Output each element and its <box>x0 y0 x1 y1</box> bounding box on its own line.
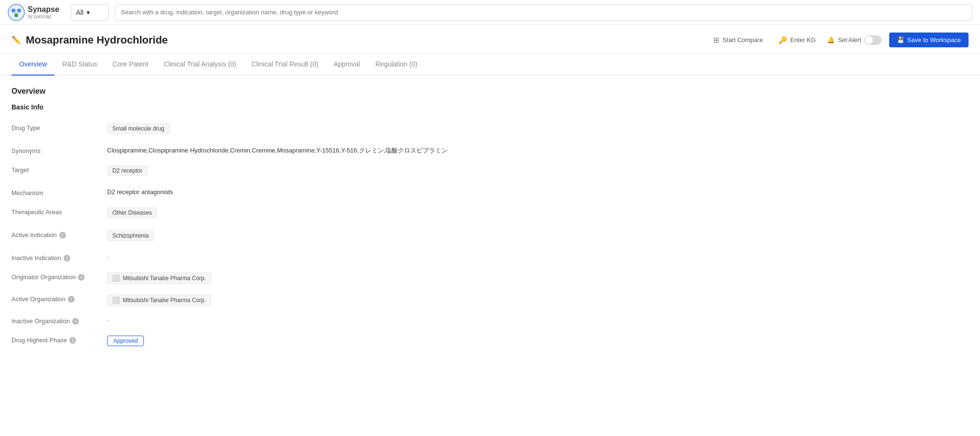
active-indication-tag[interactable]: Schizophrenia <box>107 230 154 241</box>
synonyms-row: Synonyms Clospipramine,Clospipramine Hyd… <box>11 141 969 160</box>
overview-section-title: Overview <box>11 87 969 96</box>
originator-org-tag[interactable]: Mitsubishi Tanabe Pharma Corp. <box>107 272 211 284</box>
tab-rd-status[interactable]: R&D Status <box>54 54 105 76</box>
drug-type-tag[interactable]: Small molecule drug <box>107 123 170 134</box>
start-compare-button[interactable]: ⊞ Start Compare <box>709 34 767 46</box>
target-row: Target D2 receptor <box>11 160 969 183</box>
target-value: D2 receptor <box>107 164 969 178</box>
originator-org-row: Originator Organization i Mitsubishi Tan… <box>11 267 969 289</box>
drug-type-row: Drug Type Small molecule drug <box>11 118 969 141</box>
originator-org-info-icon[interactable]: i <box>78 274 85 281</box>
set-alert-label: Set Alert <box>838 36 861 44</box>
inactive-org-label: Inactive Organization i <box>11 316 107 325</box>
drug-header: ✏️ Mosapramine Hydrochloride ⊞ Start Com… <box>0 25 980 54</box>
drug-highest-phase-label: Drug Highest Phase i <box>11 335 107 344</box>
tab-clinical-trial-result-label: Clinical Trial Result (0) <box>251 60 318 68</box>
enter-kg-button[interactable]: 🔑 Enter KG <box>774 34 819 46</box>
active-indication-value: Schizophrenia <box>107 229 969 243</box>
drug-title-area: ✏️ Mosapramine Hydrochloride <box>11 34 168 46</box>
approved-badge[interactable]: Approved <box>107 336 144 346</box>
inactive-indication-value: - <box>107 252 969 261</box>
inactive-indication-info-icon[interactable]: i <box>64 255 70 262</box>
drug-highest-phase-value: Approved <box>107 335 969 346</box>
bell-icon: 🔔 <box>827 36 835 44</box>
active-org-tag[interactable]: Mitsubishi Tanabe Pharma Corp. <box>107 294 211 306</box>
inactive-org-info-icon[interactable]: i <box>72 318 79 325</box>
synapse-logo-icon <box>8 4 25 21</box>
tab-rd-status-label: R&D Status <box>62 60 97 68</box>
main-content: Overview Basic Info Drug Type Small mole… <box>0 76 980 362</box>
tab-core-patent-label: Core Patent <box>113 60 149 68</box>
tab-clinical-trial-analysis[interactable]: Clinical Trial Analysis (0) <box>156 54 244 76</box>
logo-text: Synapse by patsnap <box>28 5 59 19</box>
start-compare-label: Start Compare <box>722 36 763 44</box>
therapeutic-areas-value: Other Diseases <box>107 207 969 220</box>
logo-subtitle: by patsnap <box>28 14 59 19</box>
search-input-wrapper[interactable] <box>115 4 972 21</box>
enter-kg-label: Enter KG <box>790 36 816 44</box>
active-org-value: Mitsubishi Tanabe Pharma Corp. <box>107 294 969 306</box>
pencil-icon: ✏️ <box>11 35 21 44</box>
mechanism-row: Mechanism D2 receptor antagonists <box>11 183 969 202</box>
inactive-indication-label: Inactive Indication i <box>11 252 107 262</box>
drug-highest-phase-info-icon[interactable]: i <box>69 337 76 344</box>
search-type-select[interactable]: All ▾ <box>71 4 109 21</box>
active-org-name: Mitsubishi Tanabe Pharma Corp. <box>123 297 206 304</box>
tab-clinical-trial-result[interactable]: Clinical Trial Result (0) <box>244 54 326 76</box>
search-input[interactable] <box>121 9 966 16</box>
save-workspace-button[interactable]: 💾 Save to Workspace <box>889 33 969 47</box>
alert-toggle[interactable] <box>864 35 882 45</box>
tab-regulation-label: Regulation (0) <box>375 60 417 68</box>
svg-point-3 <box>14 13 18 17</box>
originator-org-value: Mitsubishi Tanabe Pharma Corp. <box>107 272 969 284</box>
svg-point-1 <box>11 9 15 12</box>
tab-regulation[interactable]: Regulation (0) <box>368 54 425 76</box>
top-bar: Synapse by patsnap All ▾ <box>0 0 980 25</box>
inactive-org-value: - <box>107 316 969 324</box>
save-workspace-label: Save to Workspace <box>907 36 961 44</box>
drug-title: Mosapramine Hydrochloride <box>26 34 168 46</box>
inactive-org-row: Inactive Organization i - <box>11 311 969 330</box>
search-type-label: All <box>76 9 84 16</box>
active-indication-row: Active Indication i Schizophrenia <box>11 225 969 248</box>
header-actions: ⊞ Start Compare 🔑 Enter KG 🔔 Set Alert 💾… <box>709 33 969 47</box>
target-tag[interactable]: D2 receptor <box>107 165 148 176</box>
tab-overview[interactable]: Overview <box>11 54 54 76</box>
tab-core-patent[interactable]: Core Patent <box>105 54 156 76</box>
active-org-label: Active Organization i <box>11 294 107 303</box>
originator-org-label: Originator Organization i <box>11 272 107 281</box>
compare-icon: ⊞ <box>713 36 719 44</box>
tab-approval[interactable]: Approval <box>326 54 368 76</box>
tab-overview-label: Overview <box>19 60 47 68</box>
chevron-down-icon: ▾ <box>87 9 90 16</box>
synonyms-value: Clospipramine,Clospipramine Hydrochlorid… <box>107 145 969 155</box>
therapeutic-areas-tag[interactable]: Other Diseases <box>107 207 157 218</box>
drug-type-label: Drug Type <box>11 122 107 131</box>
svg-point-2 <box>17 9 21 12</box>
mechanism-label: Mechanism <box>11 187 107 196</box>
originator-org-name: Mitsubishi Tanabe Pharma Corp. <box>123 275 206 282</box>
drug-type-value: Small molecule drug <box>107 122 969 136</box>
active-org-info-icon[interactable]: i <box>68 296 75 303</box>
svg-point-0 <box>8 4 24 21</box>
synonyms-label: Synonyms <box>11 145 107 154</box>
therapeutic-areas-row: Therapeutic Areas Other Diseases <box>11 202 969 225</box>
mechanism-value: D2 receptor antagonists <box>107 187 969 196</box>
logo-area: Synapse by patsnap <box>8 4 65 21</box>
basic-info-subtitle: Basic Info <box>11 103 969 111</box>
active-indication-info-icon[interactable]: i <box>59 232 66 239</box>
tabs-bar: Overview R&D Status Core Patent Clinical… <box>0 54 980 76</box>
originator-org-logo <box>112 274 120 282</box>
target-label: Target <box>11 164 107 174</box>
kg-icon: 🔑 <box>778 36 787 44</box>
save-icon: 💾 <box>897 36 904 44</box>
set-alert-area: 🔔 Set Alert <box>827 35 881 45</box>
active-org-row: Active Organization i Mitsubishi Tanabe … <box>11 289 969 311</box>
active-org-logo <box>112 296 120 304</box>
tab-approval-label: Approval <box>334 60 360 68</box>
active-indication-label: Active Indication i <box>11 229 107 239</box>
therapeutic-areas-label: Therapeutic Areas <box>11 207 107 216</box>
logo-name: Synapse <box>28 5 59 14</box>
inactive-indication-row: Inactive Indication i - <box>11 248 969 267</box>
drug-highest-phase-row: Drug Highest Phase i Approved <box>11 330 969 351</box>
